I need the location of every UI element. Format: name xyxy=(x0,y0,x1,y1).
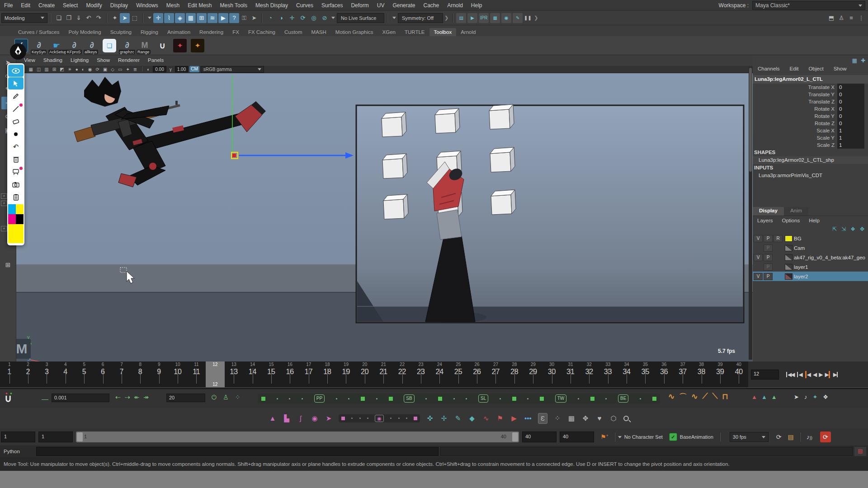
viewport-menu-item[interactable]: Panels xyxy=(144,57,168,63)
modeling-toolkit-icon[interactable]: ⬒ xyxy=(826,13,836,23)
attribute-label[interactable]: Scale Z xyxy=(753,141,837,149)
channelbox-menu-item[interactable]: Show xyxy=(829,66,852,75)
no-history-icon[interactable]: ⊘ xyxy=(320,13,330,23)
layer-playback-toggle[interactable]: P xyxy=(764,244,773,252)
timeline-frame[interactable]: 1 1 xyxy=(0,361,19,387)
layer-playback-toggle[interactable]: P xyxy=(764,273,773,280)
timeline-frame[interactable]: 2 2 xyxy=(19,361,37,387)
play-backwards-button[interactable]: ◀ xyxy=(813,371,816,378)
viewport-tool-icon[interactable]: ▭ xyxy=(118,67,122,72)
active-color-swatch[interactable] xyxy=(8,224,24,243)
timeline-frame[interactable]: 17 17 xyxy=(299,361,318,387)
color-swatch-black[interactable] xyxy=(16,214,24,224)
sidebar-toggle-icon[interactable]: ▦ xyxy=(852,57,857,64)
timeline-frame[interactable]: 3 3 xyxy=(38,361,56,387)
mini-timeline-marker[interactable] xyxy=(341,417,345,420)
tangent-preset-icon[interactable]: ⟋ xyxy=(703,392,708,402)
viewport-tool-icon[interactable]: ◇ xyxy=(111,67,114,72)
layer-row[interactable]: V P ak47_rig_v0_4_beta:ak47_geo xyxy=(753,253,868,262)
colorspace-dropdown[interactable]: sRGB gamma xyxy=(201,66,264,73)
undo-tool[interactable]: ↶ xyxy=(8,141,24,153)
layout-shortcut-button[interactable]: + xyxy=(1,193,7,199)
menu-item[interactable]: Edit xyxy=(17,0,34,11)
viewport-menu-item[interactable]: Show xyxy=(93,57,114,63)
timeline-frame[interactable]: 11 11 xyxy=(187,361,206,387)
go-to-end-button[interactable]: ▶ xyxy=(833,371,838,378)
layer-move-icon[interactable]: ⇲ xyxy=(841,226,846,232)
viewport-menu-item[interactable]: Renderer xyxy=(114,57,144,63)
menu-item[interactable]: Surfaces xyxy=(317,0,347,11)
history-output-icon[interactable]: ◑ xyxy=(276,13,286,23)
attribute-label[interactable]: Rotate Z xyxy=(753,120,837,127)
workspace-dropdown[interactable]: Maya Classic* xyxy=(752,1,865,10)
anim-speed-field[interactable]: 0.001 xyxy=(52,394,109,402)
timeline-bookmark-marker[interactable] xyxy=(425,398,427,399)
timeline-frame[interactable]: 28 28 xyxy=(505,361,524,387)
sphere-icon[interactable]: ◉ xyxy=(311,413,319,424)
timeline-bookmark-label[interactable]: SL xyxy=(478,394,488,403)
attribute-value-field[interactable]: 0 xyxy=(837,98,864,105)
move-manipulator[interactable] xyxy=(231,152,354,159)
pencil-tool[interactable] xyxy=(8,90,24,102)
shelf-button[interactable]: M Range xyxy=(136,37,153,54)
tangent-preset-icon[interactable]: ⌒ xyxy=(679,392,687,402)
shelf-button[interactable]: ☛ AckSetup xyxy=(48,37,65,54)
hypershade-icon[interactable]: ◉ xyxy=(501,13,511,23)
history-input-icon[interactable]: ◔ xyxy=(265,13,275,23)
layer-name[interactable]: ak47_rig_v0_4_beta:ak47_geo xyxy=(794,255,865,260)
eraser-tool[interactable] xyxy=(8,115,24,127)
tangent-preset-icon[interactable]: ∿ xyxy=(668,392,675,402)
snap-point-icon[interactable]: ◈ xyxy=(175,13,185,23)
timeline-frame[interactable]: 38 38 xyxy=(692,361,711,387)
viewport-tool-icon[interactable]: ⟳ xyxy=(95,67,99,72)
menu-item[interactable]: Select xyxy=(59,0,82,11)
shelf-tab[interactable]: Rigging xyxy=(136,28,163,36)
viewport-tool-icon[interactable]: ⊞ xyxy=(52,67,56,72)
layer-name[interactable]: BG xyxy=(794,236,802,241)
undo-icon[interactable]: ↶ xyxy=(84,13,94,23)
timeline-frame[interactable]: 26 26 xyxy=(467,361,486,387)
live-surface-icon[interactable]: ⊞ xyxy=(197,13,207,23)
mini-timeline-marker[interactable] xyxy=(359,418,361,419)
timeline-frame[interactable]: 39 39 xyxy=(711,361,729,387)
attribute-value-field[interactable]: 0 xyxy=(837,105,864,113)
timeline-frame[interactable]: 35 35 xyxy=(636,361,655,387)
menu-item[interactable]: Edit Mesh xyxy=(184,0,216,11)
timeline-bookmark-marker[interactable] xyxy=(578,398,579,399)
timeline-frame[interactable]: 20 20 xyxy=(355,361,374,387)
layer-playback-toggle[interactable]: P xyxy=(764,254,773,261)
layer-name[interactable]: Cam xyxy=(794,245,805,251)
screenshot-tool[interactable] xyxy=(8,178,24,191)
mini-timeline-marker[interactable] xyxy=(367,418,368,419)
timeline-frame[interactable]: 30 30 xyxy=(542,361,561,387)
shelf-tab[interactable]: XGen xyxy=(378,28,400,36)
shelf-button[interactable]: ✦ xyxy=(171,37,189,54)
shelf-button[interactable]: ∂ KFproS xyxy=(66,37,83,54)
step-fwd-anim-icon[interactable]: ⇢ xyxy=(125,394,130,401)
flag-icon[interactable]: ⚑ xyxy=(496,413,504,424)
menu-item[interactable]: File xyxy=(0,0,17,11)
mini-timeline-marker[interactable] xyxy=(351,418,353,419)
shelf-tab[interactable]: FX xyxy=(228,28,244,36)
attribute-label[interactable]: Rotate X xyxy=(753,105,837,113)
timeline-bookmark-marker[interactable] xyxy=(302,398,303,399)
timeline-frame[interactable]: 34 34 xyxy=(617,361,636,387)
timeline-frame[interactable]: 40 40 xyxy=(730,361,748,387)
shelf-tab[interactable]: Poly Modeling xyxy=(64,28,105,36)
shelf-tab[interactable]: Rendering xyxy=(195,28,228,36)
attribute-label[interactable]: Translate X xyxy=(753,84,837,91)
playblast-icon[interactable]: ▤ xyxy=(788,433,794,441)
epsilon-tool-icon[interactable]: Ɛ xyxy=(538,413,547,424)
time-slider[interactable]: 1 1 2 2 3 3 4 4 5 5 6 6 7 7 8 xyxy=(0,361,748,387)
gamma-field[interactable]: 1.00 xyxy=(175,66,188,72)
cursor-tool[interactable] xyxy=(8,77,24,89)
shelf-button[interactable]: ∂ allkeys xyxy=(83,37,100,54)
layer-playback-toggle[interactable]: P xyxy=(764,235,773,242)
curve-icon[interactable]: ∿ xyxy=(482,413,490,424)
viewport-menu-item[interactable]: Lighting xyxy=(66,57,93,63)
layer-move-icon[interactable]: ⇱ xyxy=(832,226,837,232)
expand-icon[interactable]: ❯ xyxy=(444,15,448,21)
render-view-icon[interactable]: ▤ xyxy=(456,13,466,23)
key-tool-icon[interactable]: ▲ xyxy=(771,394,777,400)
script-editor-icon[interactable]: ▤ xyxy=(854,447,866,456)
